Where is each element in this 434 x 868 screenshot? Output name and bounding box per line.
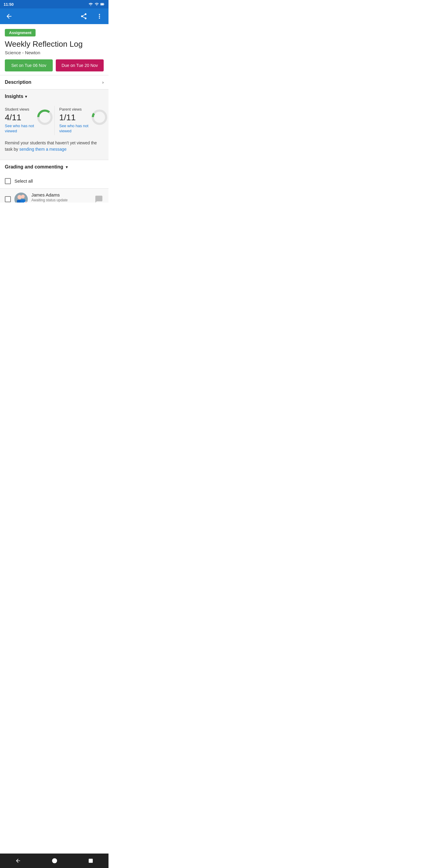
comment-icon-james[interactable]: [94, 194, 104, 203]
select-all-label: Select all: [14, 179, 33, 184]
insights-chevron: ▾: [25, 94, 27, 99]
insights-label: Insights: [5, 94, 23, 99]
app-bar: [0, 8, 108, 24]
student-views-link[interactable]: See who has not viewed: [5, 124, 36, 134]
svg-point-8: [18, 195, 22, 199]
student-views-info: Student views 4/11 See who has not viewe…: [5, 107, 36, 134]
remind-link[interactable]: sending them a message: [19, 147, 66, 152]
parent-views-info: Parent views 1/11 See who has not viewed: [59, 107, 90, 134]
description-label: Description: [5, 80, 102, 85]
status-bar: 11:50: [0, 0, 108, 8]
student-views-title: Student views: [5, 107, 36, 112]
assignment-header: Assignment Weekly Reflection Log Science…: [0, 24, 108, 75]
grading-header[interactable]: Grading and commenting ▾: [0, 160, 108, 174]
parent-views-card: Parent views 1/11 See who has not viewed: [55, 103, 109, 137]
views-container: Student views 4/11 See who has not viewe…: [0, 103, 108, 137]
parent-views-link[interactable]: See who has not viewed: [59, 124, 90, 134]
svg-rect-1: [101, 4, 103, 5]
wifi-icon: [88, 2, 93, 6]
student-name-james: James Adams: [31, 192, 90, 197]
grading-chevron: ▾: [66, 164, 68, 169]
grading-label: Grading and commenting: [5, 164, 63, 170]
signal-icon: [95, 2, 99, 6]
grading-section: Grading and commenting ▾ Select all: [0, 160, 108, 203]
parent-views-donut: [90, 108, 104, 126]
avatar-james: [14, 193, 28, 203]
table-row: James Adams Awaiting status update Ungra…: [0, 188, 108, 203]
select-all-checkbox[interactable]: [5, 178, 11, 184]
svg-rect-2: [104, 4, 104, 4]
assignment-badge: Assignment: [5, 29, 36, 36]
insights-section: Insights ▾ Student views 4/11 See who ha…: [0, 90, 108, 160]
svg-point-10: [21, 195, 25, 198]
main-content: Assignment Weekly Reflection Log Science…: [0, 24, 108, 203]
description-section[interactable]: Description ›: [0, 75, 108, 89]
svg-point-5: [93, 111, 106, 124]
set-date-button[interactable]: Set on Tue 06 Nov: [5, 59, 53, 71]
remind-text: Remind your students that haven't yet vi…: [0, 137, 108, 155]
battery-icon: [100, 2, 105, 6]
date-buttons: Set on Tue 06 Nov Due on Tue 20 Nov: [5, 59, 104, 71]
due-date-button[interactable]: Due on Tue 20 Nov: [56, 59, 104, 71]
student-views-donut: [36, 108, 49, 126]
assignment-subject: Science - Newton: [5, 50, 104, 55]
student-info-james: James Adams Awaiting status update Ungra…: [31, 192, 90, 203]
more-options-button[interactable]: [94, 11, 105, 22]
student-views-count: 4/11: [5, 113, 36, 122]
student-avatar-wrap-james: [14, 193, 28, 203]
parent-views-title: Parent views: [59, 107, 90, 112]
back-button[interactable]: [4, 11, 14, 22]
status-time: 11:50: [4, 2, 13, 7]
insights-header[interactable]: Insights ▾: [0, 90, 108, 103]
student-list: James Adams Awaiting status update Ungra…: [0, 188, 108, 203]
student-checkbox-james[interactable]: [5, 196, 11, 202]
select-all-row: Select all: [0, 174, 108, 188]
student-views-card: Student views 4/11 See who has not viewe…: [0, 103, 54, 137]
parent-views-count: 1/11: [59, 113, 90, 122]
student-grade-james: Ungraded: [31, 202, 90, 203]
assignment-title: Weekly Reflection Log: [5, 39, 104, 49]
description-chevron: ›: [102, 80, 104, 85]
status-icons: [88, 2, 105, 6]
student-status-james: Awaiting status update: [31, 198, 90, 202]
share-button[interactable]: [79, 11, 89, 22]
